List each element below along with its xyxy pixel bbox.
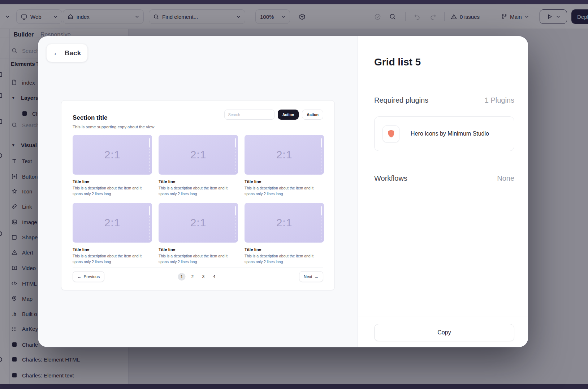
next-page-button[interactable]: Next →: [299, 271, 323, 282]
item-description: This is a description about the item and…: [245, 253, 324, 265]
back-button[interactable]: ← Back: [46, 44, 88, 62]
preview-controls: Action Action: [224, 110, 323, 120]
preview-search-input[interactable]: [224, 110, 274, 120]
item-description: This is a description about the item and…: [159, 253, 238, 265]
grid-list-item: 2:1 Title line This is a description abo…: [73, 203, 152, 265]
page-numbers: 1 2 3 4: [178, 273, 218, 281]
item-description: This is a description about the item and…: [159, 185, 238, 197]
required-plugins-label: Required plugins: [374, 96, 428, 104]
shield-icon: [386, 129, 396, 138]
grid-list-item: 2:1 Title line This is a description abo…: [73, 135, 152, 197]
item-description: This is a description about the item and…: [245, 185, 324, 197]
app-screen: Web index Find element... 100%: [0, 0, 588, 389]
plugins-count: 1 Plugins: [485, 96, 514, 104]
item-title: Title line: [245, 247, 324, 252]
placeholder-image-2-1: 2:1: [73, 203, 152, 243]
page-number-2[interactable]: 2: [189, 273, 196, 281]
grid-list-item: 2:1 Title line This is a description abo…: [159, 203, 238, 265]
preview-section-subtitle: This is some supporting copy about the v…: [73, 125, 154, 129]
placeholder-image-2-1: 2:1: [73, 135, 152, 175]
item-title: Title line: [245, 179, 324, 184]
details-divider: [374, 87, 514, 87]
page-number-3[interactable]: 3: [200, 273, 207, 281]
copy-button[interactable]: Copy: [374, 324, 514, 341]
item-description: This is a description about the item and…: [73, 253, 152, 265]
footer-divider: [358, 316, 528, 316]
page-number-4[interactable]: 4: [211, 273, 218, 281]
window-top-strip: [0, 0, 588, 4]
preview-card-row: 2:1 Title line This is a description abo…: [73, 203, 324, 265]
item-title: Title line: [73, 247, 152, 252]
preview-pagination: ← Previous 1 2 3 4 Next →: [73, 271, 323, 282]
modal-details-pane: Grid list 5 Required plugins 1 Plugins H…: [358, 36, 528, 347]
placeholder-image-2-1: 2:1: [245, 203, 324, 243]
required-plugins-row: Required plugins 1 Plugins: [374, 96, 514, 104]
preview-section-title: Section title: [73, 114, 107, 121]
item-title: Title line: [73, 179, 152, 184]
item-title: Title line: [159, 247, 238, 252]
workflows-row: Workflows None: [374, 174, 514, 183]
template-preview-card: Section title This is some supporting co…: [61, 100, 335, 290]
window-bottom-strip: [0, 384, 588, 389]
plugin-card[interactable]: Hero icons by Minimum Studio: [374, 116, 514, 151]
item-title: Title line: [159, 179, 238, 184]
preview-action-primary-button[interactable]: Action: [278, 110, 299, 120]
plugin-name: Hero icons by Minimum Studio: [411, 131, 489, 137]
item-description: This is a description about the item and…: [73, 185, 152, 197]
workflows-value: None: [497, 174, 514, 183]
placeholder-image-2-1: 2:1: [159, 135, 238, 175]
grid-list-item: 2:1 Title line This is a description abo…: [245, 203, 324, 265]
details-divider: [374, 163, 514, 163]
page-number-1[interactable]: 1: [178, 273, 186, 281]
template-title: Grid list 5: [374, 56, 421, 68]
back-label: Back: [65, 49, 81, 57]
preview-action-secondary-button[interactable]: Action: [302, 110, 323, 120]
grid-list-item: 2:1 Title line This is a description abo…: [159, 135, 238, 197]
arrow-left-icon: ←: [53, 49, 60, 57]
preview-divider: [73, 268, 323, 268]
preview-card-row: 2:1 Title line This is a description abo…: [73, 135, 324, 197]
previous-page-button[interactable]: ← Previous: [73, 271, 104, 282]
placeholder-image-2-1: 2:1: [159, 203, 238, 243]
template-detail-modal: ← Back Section title This is some suppor…: [38, 36, 528, 347]
workflows-label: Workflows: [374, 174, 407, 183]
arrow-left-icon: ←: [77, 274, 82, 279]
arrow-right-icon: →: [315, 274, 319, 279]
grid-list-item: 2:1 Title line This is a description abo…: [245, 135, 324, 197]
placeholder-image-2-1: 2:1: [245, 135, 324, 175]
plugin-icon-tile: [382, 125, 399, 142]
modal-preview-pane: ← Back Section title This is some suppor…: [38, 36, 358, 347]
